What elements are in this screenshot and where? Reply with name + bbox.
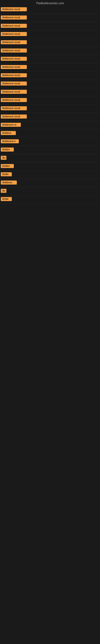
list-item: Bottlen [0, 146, 100, 154]
bottleneck-result-badge[interactable]: Bottleneck result [1, 57, 27, 61]
list-item: Bottleneck result [0, 113, 100, 121]
list-item: Bottleneck result [0, 88, 100, 96]
bottleneck-result-badge[interactable]: Bottlenec [1, 180, 17, 184]
bottleneck-result-badge[interactable]: Bottle [1, 197, 12, 201]
bottleneck-result-badge[interactable]: Bo [1, 189, 6, 193]
bottleneck-result-badge[interactable]: Bottleneck result [1, 73, 27, 77]
bottleneck-result-badge[interactable]: Bottleneck result [1, 24, 27, 28]
bottleneck-result-badge[interactable]: Bottleneck result [1, 90, 27, 94]
list-item: Bottlen [0, 162, 100, 171]
list-item: Bottleneck result [0, 39, 100, 47]
bottleneck-result-badge[interactable]: Bottleneck result [1, 16, 27, 20]
list-item: Bottleneck result [0, 80, 100, 88]
list-item: Bottleneck result [0, 6, 100, 14]
bottleneck-result-badge[interactable]: Bottleneck result [1, 48, 27, 52]
bottleneck-result-badge[interactable]: Bottleneck result [1, 82, 27, 86]
list-item: Bottleneck result [0, 96, 100, 105]
site-title: TheBottlenecker.com [0, 0, 100, 6]
list-item: Bottleneck result [0, 105, 100, 113]
list-item: Bottleneck e [0, 138, 100, 146]
list-item: Bo [0, 154, 100, 162]
list-item: Bottle [0, 171, 100, 179]
list-item: Bottleneck result [0, 47, 100, 55]
list-item: Bottle [0, 196, 100, 204]
bottleneck-result-badge[interactable]: Bo [1, 156, 6, 160]
bottleneck-result-badge[interactable]: Bottlen [1, 148, 14, 152]
bottleneck-result-badge[interactable]: Bottleneck result [1, 32, 27, 36]
bottleneck-result-badge[interactable]: Bottleneck result [1, 40, 27, 44]
bottleneck-result-badge[interactable]: Bottleneck result [1, 114, 27, 118]
bottleneck-result-badge[interactable]: Bottleneck result [1, 106, 27, 110]
bottleneck-result-badge[interactable]: Bottlen [1, 164, 14, 168]
list-item: Bottlene [0, 130, 100, 138]
list-item: Bottleneck result [0, 72, 100, 80]
list-item: Bo [0, 187, 100, 196]
list-item: Bottlenec [0, 179, 100, 187]
bottleneck-result-badge[interactable]: Bottleneck e [1, 139, 19, 143]
bottleneck-result-badge[interactable]: Bottleneck re [1, 123, 21, 127]
list-item: Bottleneck result [0, 14, 100, 22]
list-item: Bottleneck re [0, 121, 100, 130]
list-item: Bottleneck result [0, 22, 100, 30]
bottleneck-result-badge[interactable]: Bottleneck result [1, 65, 27, 69]
list-item: Bottleneck result [0, 55, 100, 64]
bottleneck-result-badge[interactable]: Bottleneck result [1, 98, 27, 102]
list-item: Bottleneck result [0, 64, 100, 72]
bottleneck-result-badge[interactable]: Bottle [1, 172, 12, 176]
bottleneck-result-badge[interactable]: Bottleneck result [1, 7, 27, 11]
list-item: Bottleneck result [0, 30, 100, 39]
bottleneck-result-badge[interactable]: Bottlene [1, 131, 16, 135]
